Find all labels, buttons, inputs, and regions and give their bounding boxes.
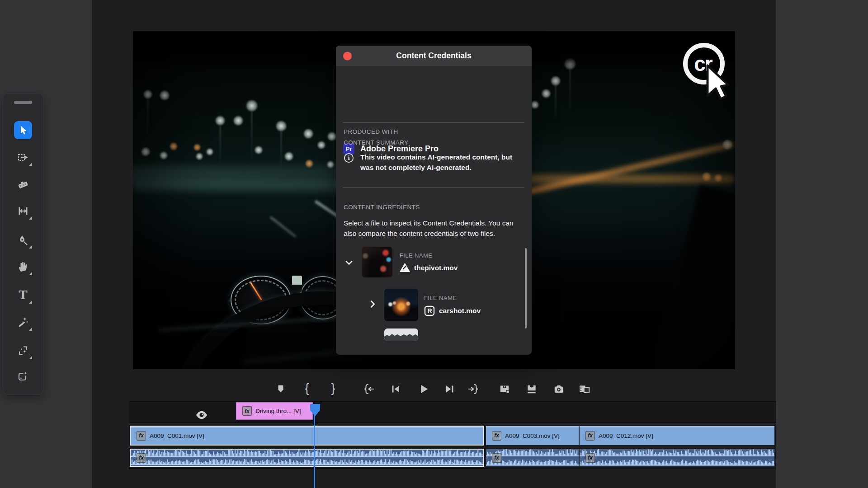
ingredient-file-row[interactable]: thepivot.mov [400,263,458,272]
cursor-arrow-icon [708,66,728,99]
remix-tool-button[interactable] [13,312,33,332]
track-select-forward-icon [17,151,29,163]
tool-flyout-indicator [29,328,32,331]
go-to-out-button[interactable] [467,382,481,396]
track-v2-lane[interactable] [129,401,776,423]
r-square-app-icon: R [424,305,435,316]
expand-chevron[interactable] [368,299,377,311]
audio-waveform [131,450,483,466]
mark-out-icon: } [331,382,335,394]
mountain-skyline [384,328,418,341]
clip-label: Driving thro... [V] [255,408,301,414]
chevron-right-icon [368,299,377,309]
svg-text:i: i [348,154,350,161]
play-icon [418,383,429,395]
selection-cursor-icon [18,125,28,136]
panel-scrollbar[interactable] [525,248,527,328]
triangle-a-app-icon [400,263,410,272]
type-tool-icon: T [19,289,27,301]
tool-flyout-indicator [29,245,32,249]
file-name: carshot.mov [439,307,481,315]
audio-clip-2[interactable]: fx [486,449,579,467]
extract-icon [526,383,538,395]
step-back-icon [390,384,401,394]
video-clip-a009-c012[interactable]: fx A009_C012.mov [V] [579,426,775,446]
produced-with-label: PRODUCED WITH [344,128,398,135]
video-clip-a009-c003[interactable]: fx A009_C003.mov [V] [486,426,579,446]
step-forward-icon [444,384,455,394]
playhead-icon [310,404,321,417]
tools-panel: T [3,93,43,395]
file-name: thepivot.mov [414,264,458,272]
fx-badge: fx [585,431,595,441]
audio-waveform [580,449,774,466]
hand-icon [17,261,29,272]
tool-flyout-indicator [29,272,32,275]
type-tool-button[interactable]: T [13,285,33,305]
audio-clip-3[interactable]: fx [579,449,775,467]
mark-in-button[interactable]: { [300,382,314,396]
fx-badge: fx [137,431,146,441]
tool-flyout-indicator [29,216,32,220]
summary-text: This video contains AI-generated content… [360,152,519,173]
panel-header: Content Credentials [336,46,532,66]
camera-icon [553,383,565,395]
tool-flyout-indicator [29,356,32,359]
fx-badge: fx [492,453,501,463]
step-forward-button[interactable] [443,382,457,396]
razor-icon [17,179,29,191]
audio-clip-1[interactable]: fx [130,449,484,467]
selection-tool-button[interactable] [14,121,32,139]
lift-button[interactable] [498,382,511,396]
panel-drag-handle[interactable] [14,101,32,104]
ai-select-tool-button[interactable] [13,341,33,361]
hand-tool-button[interactable] [13,257,33,277]
export-frame-button[interactable] [552,382,566,396]
ingredient-thumbnail-thepivot[interactable] [362,247,392,277]
pen-icon [18,235,28,245]
ingredient-file-row[interactable]: R carshot.mov [424,305,481,316]
magic-wand-icon [17,316,29,328]
go-to-in-icon [363,383,374,395]
ingredient-thumbnail-partial[interactable] [384,328,418,341]
close-button[interactable] [343,52,352,60]
video-clip-a009-c001[interactable]: fx A009_C001.mov [V] [130,426,484,446]
fx-badge: fx [492,431,501,441]
clip-label: A009_C001.mov [V] [150,432,204,439]
play-button[interactable] [417,382,430,396]
step-back-button[interactable] [389,382,402,396]
mark-out-button[interactable]: } [326,382,340,396]
track-v2-visibility-toggle[interactable] [196,411,208,421]
lift-icon [499,383,510,395]
razor-tool-button[interactable] [13,175,33,195]
generative-extend-icon [17,371,29,382]
mark-in-icon: { [305,382,309,394]
fx-badge: fx [585,453,595,463]
file-name-label: FILE NAME [400,252,432,259]
ripple-edit-tool-button[interactable] [13,201,33,221]
go-to-in-button[interactable] [362,382,375,396]
divider [343,188,524,188]
generative-extend-tool-button[interactable] [13,366,33,386]
add-marker-button[interactable] [274,382,288,396]
ingredient-thumbnail-carshot[interactable] [384,289,418,321]
ai-brackets-icon [17,345,29,357]
content-credentials-badge[interactable]: cr [678,38,736,102]
pen-tool-button[interactable] [13,230,33,250]
collapse-chevron[interactable] [344,257,354,270]
comparison-view-button[interactable] [578,382,591,396]
go-to-out-icon [468,383,480,395]
ingredients-description: Select a file to inspect its Content Cre… [344,218,524,239]
clip-label: A009_C003.mov [V] [505,432,560,439]
playhead-handle[interactable] [310,404,321,418]
eye-icon [196,411,208,419]
track-select-forward-tool-button[interactable] [13,147,33,167]
ripple-edit-icon [17,205,29,217]
comparison-view-icon [578,383,591,395]
panel-title: Content Credentials [396,51,471,61]
graphic-clip-driving-thro[interactable]: fx Driving thro... [V] [236,402,313,420]
info-icon: i [344,153,354,165]
svg-text:R: R [427,307,432,314]
divider [343,122,524,123]
extract-button[interactable] [525,382,538,396]
